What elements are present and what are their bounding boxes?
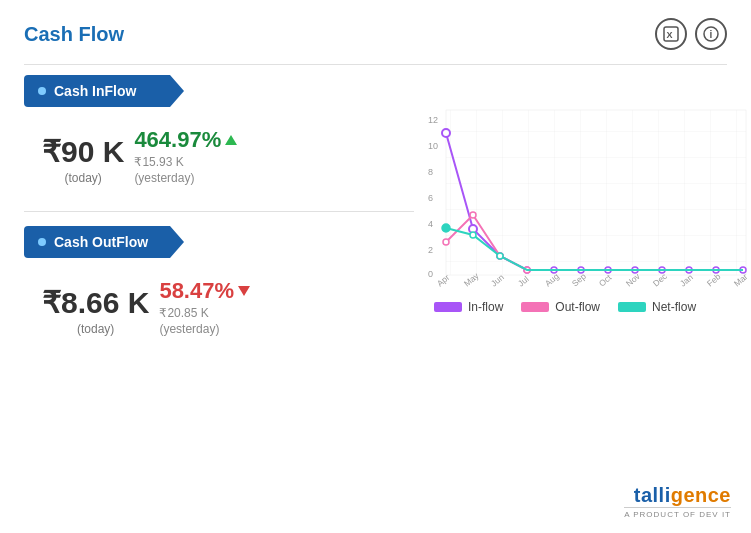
legend-netflow: Net-flow [618,300,696,314]
outflow-change: 58.47% ₹20.85 K (yesterday) [159,278,250,336]
svg-point-24 [443,239,449,245]
svg-text:2: 2 [428,245,433,255]
svg-text:6: 6 [428,193,433,203]
inflow-value-block: ₹90 K (today) [42,134,124,185]
legend-netflow-label: Net-flow [652,300,696,314]
svg-text:i: i [710,29,713,40]
outflow-value: ₹8.66 K [42,285,149,320]
svg-point-12 [442,129,450,137]
main-content: Cash InFlow ₹90 K (today) 464.97% ₹15.93… [24,75,727,356]
legend-outflow: Out-flow [521,300,600,314]
outflow-label: Cash OutFlow [24,226,184,258]
svg-text:12: 12 [428,115,438,125]
page-title: Cash Flow [24,23,124,46]
header: Cash Flow X i [24,18,727,65]
legend-netflow-color [618,302,646,312]
section-divider [24,211,414,212]
svg-point-29 [470,232,476,238]
inflow-metrics: ₹90 K (today) 464.97% ₹15.93 K (yesterda… [24,127,414,205]
right-panel: 12 10 8 6 4 2 0 [414,75,751,356]
legend-outflow-label: Out-flow [555,300,600,314]
outflow-yesterday-value: ₹20.85 K [159,306,250,320]
svg-point-28 [442,224,450,232]
svg-text:4: 4 [428,219,433,229]
inflow-change: 464.97% ₹15.93 K (yesterday) [134,127,237,185]
left-panel: Cash InFlow ₹90 K (today) 464.97% ₹15.93… [24,75,414,356]
chart-container: 12 10 8 6 4 2 0 [424,105,751,305]
inflow-yesterday-label: (yesterday) [134,171,237,185]
svg-text:8: 8 [428,167,433,177]
svg-point-25 [470,212,476,218]
svg-text:X: X [667,30,673,40]
footer-logo: talligence A PRODUCT OF DEV IT [624,484,731,519]
legend-inflow-label: In-flow [468,300,503,314]
outflow-section: Cash OutFlow ₹8.66 K (today) 58.47% ₹20.… [24,226,414,356]
inflow-label: Cash InFlow [24,75,184,107]
line-chart: 12 10 8 6 4 2 0 [424,105,751,290]
inflow-yesterday-value: ₹15.93 K [134,155,237,169]
inflow-section: Cash InFlow ₹90 K (today) 464.97% ₹15.93… [24,75,414,205]
chart-legend: In-flow Out-flow Net-flow [434,300,751,314]
outflow-today: (today) [42,322,149,336]
inflow-value: ₹90 K [42,134,124,169]
inflow-dot [38,87,46,95]
outflow-pct: 58.47% [159,278,250,304]
outflow-metrics: ₹8.66 K (today) 58.47% ₹20.85 K (yesterd… [24,278,414,356]
svg-text:10: 10 [428,141,438,151]
outflow-value-block: ₹8.66 K (today) [42,285,149,336]
outflow-yesterday-label: (yesterday) [159,322,250,336]
outflow-arrow-down-icon [238,286,250,296]
legend-inflow-color [434,302,462,312]
inflow-today: (today) [42,171,124,185]
legend-outflow-color [521,302,549,312]
inflow-arrow-up-icon [225,135,237,145]
logo-tagline: A PRODUCT OF DEV IT [624,507,731,519]
svg-text:0: 0 [428,269,433,279]
logo-text: talligence [624,484,731,507]
legend-inflow: In-flow [434,300,503,314]
header-icons: X i [655,18,727,50]
inflow-pct: 464.97% [134,127,237,153]
svg-text:Jul: Jul [516,274,531,289]
svg-point-30 [497,253,503,259]
info-icon-button[interactable]: i [695,18,727,50]
excel-icon-button[interactable]: X [655,18,687,50]
outflow-dot [38,238,46,246]
